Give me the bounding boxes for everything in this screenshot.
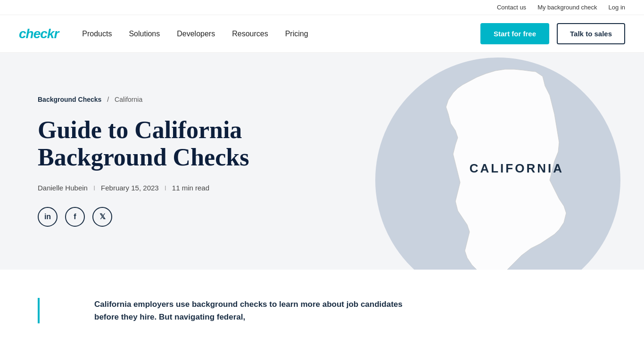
breadcrumb: Background Checks / California: [38, 96, 625, 103]
bg-check-link[interactable]: My background check: [537, 4, 597, 11]
nav-resources[interactable]: Resources: [232, 30, 268, 38]
talk-to-sales-button[interactable]: Talk to sales: [557, 23, 625, 44]
social-share-bar: in f 𝕏: [38, 207, 625, 227]
breadcrumb-separator: /: [107, 96, 109, 103]
start-free-button[interactable]: Start for free: [480, 23, 549, 44]
logo[interactable]: checkr: [19, 26, 58, 41]
nav-developers[interactable]: Developers: [177, 30, 215, 38]
article-intro: California employers use background chec…: [94, 298, 424, 323]
read-time: 11 min read: [172, 184, 209, 192]
nav-solutions[interactable]: Solutions: [129, 30, 160, 38]
twitter-share-button[interactable]: 𝕏: [92, 207, 112, 227]
meta-sep-2: I: [165, 184, 166, 192]
meta-sep-1: I: [93, 184, 95, 192]
author-name: Danielle Hubein: [38, 184, 88, 192]
nav-links: Products Solutions Developers Resources …: [82, 30, 480, 38]
nav-pricing[interactable]: Pricing: [285, 30, 308, 38]
navbar: checkr Products Solutions Developers Res…: [0, 15, 644, 53]
nav-products[interactable]: Products: [82, 30, 112, 38]
facebook-share-button[interactable]: f: [65, 207, 85, 227]
article-meta: Danielle Hubein I February 15, 2023 I 11…: [38, 184, 625, 192]
article-body: California employers use background chec…: [94, 298, 424, 323]
nav-actions: Start for free Talk to sales: [480, 23, 625, 44]
page-title: Guide to California Background Checks: [38, 116, 302, 170]
top-bar: Contact us My background check Log in: [0, 0, 644, 15]
hero-section: CALIFORNIA Background Checks / Californi…: [0, 53, 644, 270]
login-link[interactable]: Log in: [609, 4, 625, 11]
article-content: California employers use background chec…: [0, 270, 644, 352]
linkedin-share-button[interactable]: in: [38, 207, 58, 227]
breadcrumb-parent[interactable]: Background Checks: [38, 96, 101, 103]
contact-link[interactable]: Contact us: [497, 4, 526, 11]
content-sidebar-accent: [38, 298, 75, 323]
california-label: CALIFORNIA: [470, 161, 564, 176]
publish-date: February 15, 2023: [101, 184, 159, 192]
breadcrumb-current: California: [115, 96, 142, 103]
